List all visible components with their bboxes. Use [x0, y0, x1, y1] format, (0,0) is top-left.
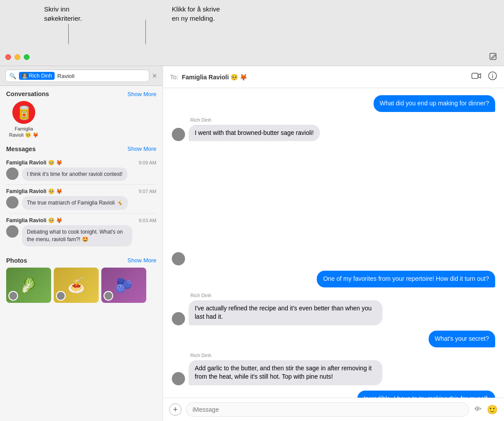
svg-point-21	[174, 259, 183, 265]
chat-header: To: Famiglia Ravioli 🥺 🦊	[163, 66, 504, 88]
chat-bubble-sent-2: One of my favorites from your repertoire…	[317, 271, 495, 287]
svg-point-4	[8, 175, 17, 180]
msg-bubble-row-2: The true matriarch of Famiglia Ravioli 🤸	[6, 196, 156, 210]
svg-point-5	[10, 198, 15, 203]
chat-bubble-sent-4: Incredible. I have to try making this fo…	[357, 391, 495, 398]
photo-thumb-1[interactable]: 🥬	[6, 268, 51, 303]
msg-time-2: 9:07 AM	[139, 189, 156, 194]
chat-header-actions	[471, 71, 497, 82]
search-query-text: Ravioli	[57, 73, 74, 79]
sidebar-scroll: Conversations Show More 🥫 FamigliaRaviol…	[0, 86, 163, 421]
chat-panel: To: Famiglia Ravioli 🥺 🦊	[163, 66, 504, 421]
msg-bubble-row-3: Debating what to cook tonight. What's on…	[6, 225, 156, 246]
chat-message-1: What did you end up making for dinner?	[172, 95, 495, 112]
msg-header-1: Famiglia Ravioli 🥺 🦊 9:09 AM	[6, 160, 156, 166]
photos-section: Photos Show More 🥬 🍝	[0, 253, 163, 306]
msg-sender-3: Famiglia Ravioli 🥺 🦊	[6, 217, 63, 224]
msg-bubble-2: The true matriarch of Famiglia Ravioli 🤸	[22, 196, 128, 210]
chat-avatar-rich-2	[172, 312, 185, 325]
minimize-button[interactable]	[15, 54, 20, 60]
svg-point-14	[105, 296, 111, 300]
conversation-item-famiglia[interactable]: 🥫 FamigliaRavioli 🥺 🦊	[6, 101, 41, 138]
msg-sender-2: Famiglia Ravioli 🥺 🦊	[6, 188, 63, 194]
msg-header-2: Famiglia Ravioli 🥺 🦊 9:07 AM	[6, 188, 156, 194]
messages-show-more[interactable]: Show More	[127, 145, 156, 152]
search-chip-name: Rich Dinh	[29, 73, 52, 79]
callout-text-1: Skriv inn søkekriterier.	[44, 4, 101, 23]
chat-message-3: One of my favorites from your repertoire…	[172, 271, 495, 287]
info-button[interactable]	[488, 71, 497, 82]
svg-point-50	[176, 374, 181, 380]
chat-input-area: + 🙂	[163, 398, 504, 421]
conversations-show-more[interactable]: Show More	[127, 91, 156, 97]
conversation-avatar: 🥫	[12, 101, 35, 124]
svg-point-51	[174, 379, 183, 385]
conversations-title: Conversations	[6, 90, 49, 97]
chat-bubble-received-2: I've actually refined the recipe and it'…	[189, 300, 382, 325]
add-attachment-button[interactable]: +	[169, 403, 182, 416]
chat-avatar-rich-3	[172, 372, 185, 385]
photos-title: Photos	[6, 257, 27, 264]
svg-rect-55	[480, 408, 481, 410]
msg-bubble-row-1: I think it's time for another ravioli co…	[6, 168, 156, 181]
search-magnifier-icon: 🔍	[9, 73, 16, 79]
photos-show-more[interactable]: Show More	[127, 257, 156, 264]
svg-point-18	[176, 130, 181, 135]
compose-button[interactable]	[487, 51, 499, 64]
photo-avatar-3	[104, 291, 113, 301]
message-item-2[interactable]: Famiglia Ravioli 🥺 🦊 9:07 AM The true ma…	[6, 185, 156, 214]
photo-thumb-3[interactable]: 🫐	[101, 268, 146, 303]
photo-avatar-2	[56, 291, 66, 301]
msg-time-1: 9:09 AM	[139, 160, 156, 165]
chat-to-label: To:	[170, 74, 178, 81]
messages-section: Messages Show More Famiglia Ravioli 🥺 🦊 …	[0, 141, 163, 253]
msg-bubble-1: I think it's time for another ravioli co…	[22, 168, 127, 181]
svg-point-49	[174, 319, 183, 325]
audio-button[interactable]	[474, 404, 482, 415]
message-input[interactable]	[186, 402, 469, 417]
sidebar: 🔍 Rich Dinh Ravioli ✕ Conversatio	[0, 66, 163, 421]
sender-name-rich-2: Rich Dinh	[189, 293, 382, 298]
chat-message-6: Rich Dinh Add garlic to the butter, and …	[172, 353, 495, 385]
msg-avatar-1	[6, 168, 19, 180]
maximize-button[interactable]	[24, 54, 30, 60]
close-button[interactable]	[5, 54, 11, 60]
search-chip: Rich Dinh	[19, 72, 55, 80]
chat-bubble-received-3: Add garlic to the butter, and then stir …	[189, 360, 382, 385]
msg-header-3: Famiglia Ravioli 🥺 🦊 9:03 AM	[6, 217, 156, 224]
msg-avatar-2	[6, 196, 19, 209]
search-bar: 🔍 Rich Dinh Ravioli ✕	[0, 66, 163, 86]
emoji-button[interactable]: 🙂	[487, 404, 498, 415]
chat-message-4: Rich Dinh I've actually refined the reci…	[172, 293, 495, 325]
chat-message-photo: ❤️	[172, 146, 495, 265]
msg-time-3: 9:03 AM	[139, 218, 156, 223]
callout-area: Skriv inn søkekriterier. Klikk for å skr…	[0, 0, 504, 48]
message-item-1[interactable]: Famiglia Ravioli 🥺 🦊 9:09 AM I think it'…	[6, 156, 156, 185]
conversation-avatar-emoji: 🥫	[16, 105, 32, 120]
main-content: 🔍 Rich Dinh Ravioli ✕ Conversatio	[0, 66, 504, 421]
svg-point-13	[107, 293, 110, 296]
photo-thumb-2[interactable]: 🍝	[54, 268, 99, 303]
svg-point-6	[8, 203, 17, 209]
svg-rect-52	[475, 407, 476, 410]
photos-grid: 🥬 🍝 🫐	[6, 268, 156, 303]
svg-rect-54	[478, 407, 479, 410]
svg-point-48	[176, 314, 181, 320]
video-call-button[interactable]	[471, 72, 481, 82]
chat-message-5: What's your secret?	[172, 331, 495, 347]
search-clear-button[interactable]: ✕	[152, 72, 157, 79]
svg-point-19	[174, 135, 183, 141]
chat-message-7: Incredible. I have to try making this fo…	[172, 391, 495, 398]
svg-point-2	[22, 76, 27, 79]
search-chip-avatar	[22, 73, 28, 79]
title-bar	[0, 48, 504, 66]
svg-point-8	[8, 232, 17, 238]
svg-point-3	[10, 169, 15, 175]
chat-bubble-received-1: I went with that browned-butter sage rav…	[189, 125, 320, 142]
message-item-3[interactable]: Famiglia Ravioli 🥺 🦊 9:03 AM Debating wh…	[6, 214, 156, 250]
chat-avatar-rich	[172, 128, 185, 141]
svg-point-7	[10, 227, 15, 232]
messages-header: Messages Show More	[6, 145, 156, 153]
svg-point-1	[23, 74, 26, 76]
search-inner: 🔍 Rich Dinh Ravioli	[5, 70, 149, 82]
